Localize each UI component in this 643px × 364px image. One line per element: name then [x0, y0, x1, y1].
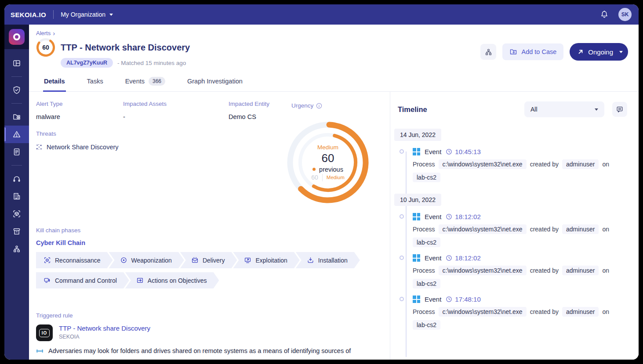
status-label: Ongoing [588, 48, 613, 56]
user-chip[interactable]: adminuser [562, 224, 599, 234]
host-chip[interactable]: lab-cs2 [413, 279, 440, 288]
urgency-level: Medium [317, 144, 338, 151]
timeline-node-icon [400, 149, 404, 154]
cases-icon [12, 112, 21, 121]
alerts-icon [12, 130, 21, 139]
sidebar-item-sandbox[interactable] [4, 205, 29, 223]
sidebar-item-operations[interactable] [4, 170, 29, 187]
timeline-date-chip: 10 Jun, 2022 [394, 194, 441, 206]
delivery-icon [192, 257, 198, 263]
sidebar [4, 25, 29, 360]
host-chip[interactable]: lab-cs2 [413, 173, 440, 182]
process-chip[interactable]: c:\windows\system32\net.exe [439, 266, 527, 275]
user-chip[interactable]: adminuser [562, 159, 599, 169]
sidebar-item-cases[interactable] [4, 108, 29, 126]
reconnaissance-icon [44, 257, 51, 263]
host-chip[interactable]: lab-cs2 [413, 320, 440, 330]
folder-plus-icon [509, 48, 517, 56]
field-impacted-entity: Impacted Entity Demo CS [229, 101, 299, 120]
rule-vendor: SEKOIA [59, 334, 150, 340]
graph-view-button[interactable] [480, 44, 496, 60]
tab-details[interactable]: Details [43, 73, 66, 92]
windows-icon [413, 148, 420, 155]
windows-icon [413, 254, 420, 262]
urgency-previous-level: Medium [327, 175, 345, 180]
gauge-separator [322, 174, 323, 181]
timeline-event[interactable]: Event 17:48:10 Processc:\windows\system3… [413, 296, 631, 330]
event-time: 18:12:02 [455, 213, 480, 220]
topbar: SEKOIA.IO My Organization SK [4, 4, 639, 25]
events-count-badge: 366 [149, 77, 165, 86]
alert-score: 60 [36, 38, 55, 57]
graph-icon [484, 48, 493, 56]
timeline-event[interactable]: Event 10:45:13 Processc:\windows\system3… [413, 148, 631, 182]
timeline-line [406, 151, 407, 357]
sidebar-item-archive[interactable] [4, 223, 29, 240]
rule-name-link[interactable]: TTP - Network share Discovery [59, 324, 150, 332]
sidebar-item-intelligence[interactable] [4, 187, 29, 205]
clock-icon [446, 255, 452, 261]
timeline-stream: 14 Jun, 2022 Event 10:45:13 Processc:\wi… [394, 129, 631, 357]
timeline-event[interactable]: Event 18:12:02 Processc:\windows\system3… [413, 213, 631, 247]
exploitation-icon [244, 257, 251, 263]
tab-tasks[interactable]: Tasks [86, 73, 104, 92]
user-chip[interactable]: adminuser [562, 266, 599, 275]
page-title: TTP - Network share Discovery [61, 43, 190, 53]
breadcrumb[interactable]: Alerts › [36, 30, 628, 36]
phase-reconnaissance[interactable]: Reconnaissance [36, 252, 113, 268]
killchain-name-link[interactable]: Cyber Kill Chain [36, 239, 366, 246]
info-icon[interactable] [316, 103, 322, 109]
triggered-rule-card: IO TTP - Network share Discovery SEKOIA [36, 324, 150, 341]
timeline-event[interactable]: Event 18:12:02 Processc:\windows\system3… [413, 254, 631, 288]
field-impacted-assets: Impacted Assets - [123, 101, 229, 120]
clock-icon [446, 148, 452, 155]
triggered-rule-label: Triggered rule [36, 312, 73, 319]
urgency-label: Urgency [291, 102, 322, 109]
app-logo[interactable] [4, 25, 29, 49]
phase-actions-on-objectives[interactable]: Actions on Objectives [125, 272, 219, 288]
attack-pattern-icon [36, 347, 44, 355]
process-chip[interactable]: c:\windows\system32\net.exe [439, 307, 527, 317]
killchain-label: Kill chain phases [36, 227, 366, 234]
comment-button[interactable] [612, 102, 627, 117]
urgency-previous-label: previous [319, 166, 343, 173]
organization-switcher[interactable]: My Organization [61, 11, 113, 18]
avatar[interactable]: SK [618, 8, 632, 21]
sandbox-icon [12, 209, 21, 218]
bell-icon[interactable] [600, 10, 609, 19]
phase-delivery[interactable]: Delivery [180, 252, 237, 268]
command-and-control-icon [44, 277, 51, 284]
phase-command-and-control[interactable]: Command and Control [36, 272, 129, 288]
rules-icon [12, 148, 21, 156]
process-chip[interactable]: c:\windows\system32\net.exe [439, 224, 527, 234]
threat-link[interactable]: Network Share Discovery [36, 144, 119, 151]
sidebar-item-detection[interactable] [4, 81, 29, 99]
app-window: SEKOIA.IO My Organization SK [4, 4, 639, 360]
add-to-case-button[interactable]: Add to Case [502, 43, 563, 60]
host-chip[interactable]: lab-cs2 [413, 238, 440, 247]
chevron-right-icon: › [53, 30, 55, 36]
clock-icon [446, 296, 452, 303]
sidebar-item-community[interactable] [4, 240, 29, 258]
timeline-date-chip: 14 Jun, 2022 [394, 129, 441, 141]
phase-exploitation[interactable]: Exploitation [233, 252, 299, 268]
tab-graph-investigation[interactable]: Graph Investigation [186, 73, 243, 92]
windows-icon [413, 213, 420, 220]
process-chip[interactable]: c:\windows\system32\net.exe [439, 159, 527, 169]
phase-weaponization[interactable]: Weaponization [109, 252, 184, 268]
topbar-divider [53, 10, 54, 19]
phase-installation[interactable]: Installation [296, 252, 360, 268]
sidebar-item-dashboard[interactable] [4, 54, 29, 72]
sidebar-item-rules[interactable] [4, 143, 29, 161]
status-button[interactable]: Ongoing [570, 43, 628, 61]
installation-icon [307, 257, 314, 263]
tab-events[interactable]: Events366 [124, 73, 166, 92]
community-icon [12, 245, 21, 253]
sidebar-item-alerts[interactable] [4, 126, 29, 143]
alert-id-badge[interactable]: AL7vgZ7yKuuR [61, 58, 113, 68]
sidebar-divider [11, 76, 22, 77]
user-chip[interactable]: adminuser [562, 307, 599, 317]
arrow-up-right-icon [578, 49, 584, 55]
timeline-filter-select[interactable]: All [524, 101, 604, 117]
breadcrumb-alerts[interactable]: Alerts [36, 30, 51, 36]
